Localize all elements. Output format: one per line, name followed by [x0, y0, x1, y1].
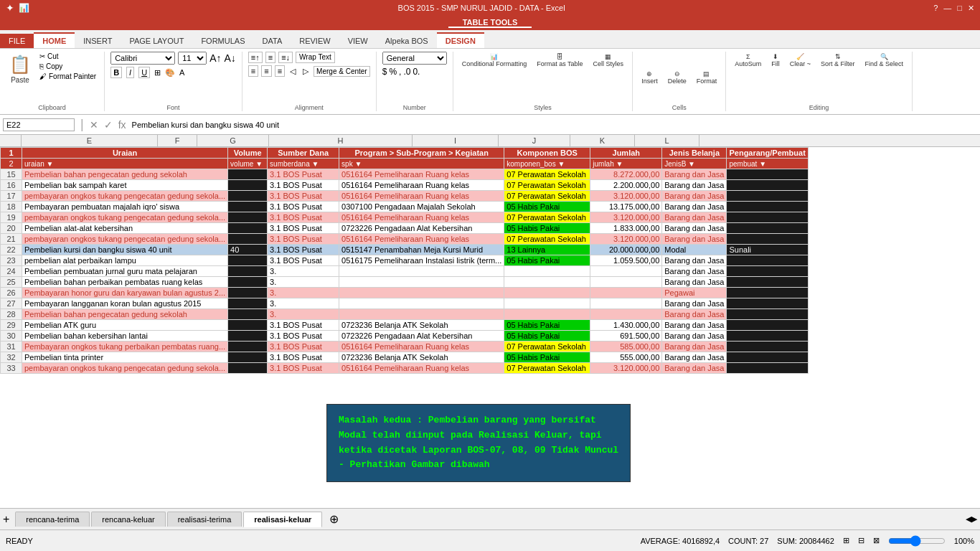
cell-sumber-dana[interactable]: 3.1 BOS Pusat	[268, 169, 339, 180]
cell-volume[interactable]: 40	[228, 245, 268, 255]
cell-pembuat[interactable]	[727, 212, 808, 223]
cell-reference-input[interactable]: E22	[3, 118, 75, 131]
decimal-increase-icon[interactable]: .0	[403, 67, 410, 77]
cell-spk[interactable]: 0723226 Pengadaan Alat Kebersihan	[339, 223, 504, 234]
cell-spk[interactable]	[339, 309, 504, 320]
table-row[interactable]: 27Pembayaran langganan koran bulan agust…	[1, 298, 809, 309]
indent-increase-icon[interactable]: ▷	[301, 66, 311, 77]
zoom-slider[interactable]	[888, 535, 946, 547]
cell-uraian[interactable]: Pembayaran langganan koran bulan agustus…	[22, 298, 228, 309]
formula-insert-btn[interactable]: fx	[118, 119, 126, 131]
tab-design[interactable]: DESIGN	[437, 32, 484, 48]
cell-jumlah[interactable]	[590, 298, 662, 309]
tab-alpeka-bos[interactable]: Alpeka BOS	[377, 34, 437, 48]
italic-button[interactable]: I	[126, 67, 134, 78]
cell-jenis-belanja[interactable]: Barang dan Jasa	[662, 202, 727, 212]
cell-sumber-dana[interactable]: 3.1 BOS Pusat	[268, 255, 339, 266]
col-header-h[interactable]: H	[269, 135, 413, 146]
cell-volume[interactable]	[228, 212, 268, 223]
table-row[interactable]: 17pembayaran ongkos tukang pengecatan ge…	[1, 191, 809, 202]
cell-jumlah[interactable]: 3.120.000,00	[590, 234, 662, 245]
table-row[interactable]: 21pembayaran ongkos tukang pengecatan ge…	[1, 234, 809, 245]
cell-uraian[interactable]: pembayaran ongkos tukang pengecatan gedu…	[22, 191, 228, 202]
cell-komponen-bos[interactable]: 07 Perawatan Sekolah	[504, 169, 590, 180]
table-row[interactable]: 31Pembayaran ongkos tukang perbaikan pem…	[1, 342, 809, 352]
formula-cancel-btn[interactable]: ✕	[90, 119, 98, 131]
sheet-tab-rencana-terima[interactable]: rencana-terima	[15, 512, 90, 527]
cell-spk[interactable]: 0516164 Pemeliharaan Ruang kelas	[339, 234, 504, 245]
cell-volume[interactable]	[228, 352, 268, 363]
cell-pembuat[interactable]	[727, 266, 808, 277]
cell-komponen-bos[interactable]: 07 Perawatan Sekolah	[504, 363, 590, 374]
cell-uraian[interactable]: Pembelian bahan pengecatan gedung sekola…	[22, 309, 228, 320]
percent-icon[interactable]: %	[389, 67, 397, 77]
cell-uraian[interactable]: Pembelian bak sampah karet	[22, 180, 228, 191]
col-header-i[interactable]: I	[413, 135, 499, 146]
cell-pembuat[interactable]	[727, 223, 808, 234]
cell-komponen-bos[interactable]: 05 Habis Pakai	[504, 202, 590, 212]
table-row[interactable]: 23pembelian alat perbaikan lampu3.1 BOS …	[1, 255, 809, 266]
cell-pembuat[interactable]	[727, 191, 808, 202]
scroll-left-btn[interactable]: ◀	[966, 514, 971, 524]
align-left-icon[interactable]: ≡	[248, 65, 258, 77]
cell-sumber-dana[interactable]: 3.1 BOS Pusat	[268, 202, 339, 212]
cell-uraian[interactable]: Pembayaran honor guru dan karyawan bulan…	[22, 288, 228, 298]
cell-pembuat[interactable]: Sunali	[727, 245, 808, 255]
cell-jumlah[interactable]: 3.120.000,00	[590, 363, 662, 374]
table-row[interactable]: 24Pembelian pembuatan jurnal guru mata p…	[1, 266, 809, 277]
cell-spk[interactable]: 0516164 Pemeliharaan Ruang kelas	[339, 180, 504, 191]
cell-pembuat[interactable]	[727, 234, 808, 245]
cell-spk[interactable]: 0516164 Pemeliharaan Ruang kelas	[339, 212, 504, 223]
cell-pembuat[interactable]	[727, 169, 808, 180]
cell-pembuat[interactable]	[727, 320, 808, 331]
insert-button[interactable]: ⊕ Insert	[639, 69, 661, 86]
cell-jenis-belanja[interactable]: Barang dan Jasa	[662, 191, 727, 202]
cell-volume[interactable]	[228, 169, 268, 180]
font-color-icon[interactable]: A	[179, 68, 184, 77]
cell-jumlah[interactable]: 2.200.000,00	[590, 180, 662, 191]
cell-jenis-belanja[interactable]: Barang dan Jasa	[662, 266, 727, 277]
cell-komponen-bos[interactable]: 07 Perawatan Sekolah	[504, 191, 590, 202]
cell-uraian[interactable]: Pembelian bahan pengecatan gedung sekola…	[22, 169, 228, 180]
table-row[interactable]: 22Pembelian kursi dan bangku siswa 40 un…	[1, 245, 809, 255]
cell-sumber-dana[interactable]: 3.	[268, 309, 339, 320]
cell-komponen-bos[interactable]: 07 Perawatan Sekolah	[504, 342, 590, 352]
cell-pembuat[interactable]	[727, 342, 808, 352]
col-header-k[interactable]: K	[570, 135, 635, 146]
cell-sumber-dana[interactable]: 3.1 BOS Pusat	[268, 234, 339, 245]
help-icon[interactable]: ?	[933, 4, 938, 13]
cell-komponen-bos[interactable]	[504, 309, 590, 320]
col-header-f[interactable]: F	[158, 135, 197, 146]
cell-jenis-belanja[interactable]: Modal	[662, 245, 727, 255]
cell-jenis-belanja[interactable]: Barang dan Jasa	[662, 331, 727, 342]
sheet-tab-realisasi-terima[interactable]: realisasi-terima	[167, 512, 242, 527]
cell-uraian[interactable]: Pembelian tinta printer	[22, 352, 228, 363]
tab-insert[interactable]: INSERT	[75, 34, 121, 48]
cell-volume[interactable]	[228, 255, 268, 266]
align-right-icon[interactable]: ≡	[275, 65, 285, 77]
tab-file[interactable]: FILE	[0, 34, 34, 48]
cell-jumlah[interactable]: 8.272.000,00	[590, 169, 662, 180]
cell-jumlah[interactable]	[590, 277, 662, 288]
conditional-formatting-button[interactable]: 📊 Conditional Formatting	[459, 52, 530, 69]
cell-volume[interactable]	[228, 266, 268, 277]
formula-input[interactable]	[129, 119, 980, 131]
cell-jumlah[interactable]: 20.000.000,00	[590, 245, 662, 255]
cell-volume[interactable]	[228, 363, 268, 374]
cell-komponen-bos[interactable]: 07 Perawatan Sekolah	[504, 212, 590, 223]
cell-spk[interactable]	[339, 288, 504, 298]
cell-styles-button[interactable]: ▦ Cell Styles	[590, 52, 627, 69]
cell-pembuat[interactable]	[727, 298, 808, 309]
cell-volume[interactable]	[228, 309, 268, 320]
close-btn[interactable]: ✕	[968, 4, 974, 13]
cell-pembuat[interactable]	[727, 202, 808, 212]
table-row[interactable]: 28Pembelian bahan pengecatan gedung seko…	[1, 309, 809, 320]
font-grow-icon[interactable]: A↑	[209, 52, 221, 64]
cell-komponen-bos[interactable]: 05 Habis Pakai	[504, 331, 590, 342]
wrap-text-button[interactable]: Wrap Text	[296, 52, 335, 63]
cell-komponen-bos[interactable]	[504, 288, 590, 298]
cell-uraian[interactable]: pembayaran ongkos tukang pengecatan gedu…	[22, 234, 228, 245]
cell-komponen-bos[interactable]: 07 Perawatan Sekolah	[504, 180, 590, 191]
cell-jumlah[interactable]: 585.000,00	[590, 342, 662, 352]
cell-jumlah[interactable]: 1.059.500,00	[590, 255, 662, 266]
